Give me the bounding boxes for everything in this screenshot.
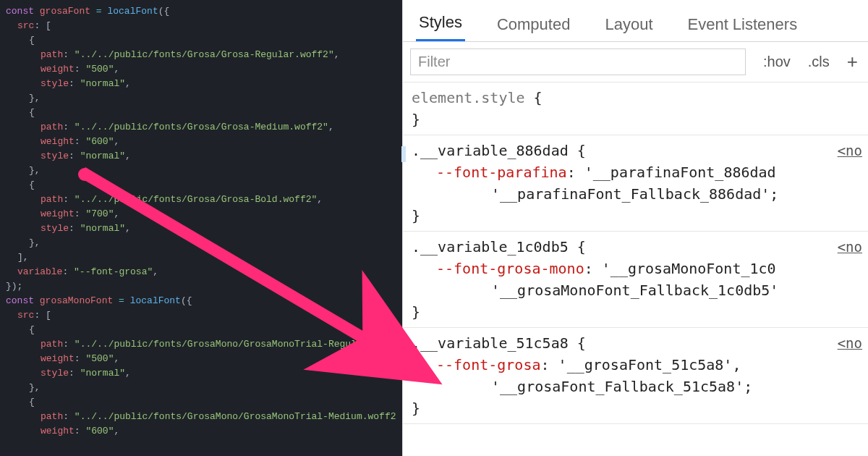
code-line[interactable]: },: [0, 91, 402, 106]
property-value-cont[interactable]: '__grosaMonoFont_Fallback_1c0db5': [412, 279, 859, 301]
style-rule[interactable]: element.style {}: [403, 83, 868, 135]
rule-selector[interactable]: .__variable_1c0db5: [412, 238, 577, 256]
style-rule[interactable]: <no.__variable_886dad {--font-parafina: …: [403, 135, 868, 232]
tab-layout[interactable]: Layout: [602, 15, 655, 41]
style-rule[interactable]: <no.__variable_51c5a8 {--font-grosa: '__…: [403, 328, 868, 424]
devtools-panel: StylesComputedLayoutEvent Listeners :hov…: [402, 0, 868, 456]
styles-rules[interactable]: element.style {}<no.__variable_886dad {-…: [403, 83, 868, 456]
code-line[interactable]: style: "normal",: [0, 366, 402, 381]
property-value-cont[interactable]: '__parafinaFont_Fallback_886dad';: [412, 183, 859, 205]
code-line[interactable]: const grosaMonoFont = localFont({: [0, 294, 402, 308]
style-rule[interactable]: <no.__variable_1c0db5 {--font-grosa-mono…: [403, 232, 868, 328]
code-line[interactable]: {: [0, 323, 402, 337]
code-line[interactable]: weight: "600",: [0, 424, 402, 439]
code-line[interactable]: weight: "500",: [0, 352, 402, 366]
code-line[interactable]: style: "normal",: [0, 77, 402, 91]
devtools-tabs: StylesComputedLayoutEvent Listeners: [403, 0, 868, 42]
tab-computed[interactable]: Computed: [494, 15, 574, 41]
code-line[interactable]: variable: "--font-grosa",: [0, 265, 402, 279]
property-value[interactable]: '__parafinaFont_886dad: [584, 164, 776, 181]
tab-styles[interactable]: Styles: [416, 13, 465, 41]
property-value[interactable]: '__grosaMonoFont_1c0: [602, 260, 776, 277]
code-editor[interactable]: const grosaFont = localFont({src: [{path…: [0, 0, 402, 456]
code-line[interactable]: style: "normal",: [0, 149, 402, 164]
code-line[interactable]: path: "../../public/fonts/Grosa/Grosa-Bo…: [0, 193, 402, 207]
property-value[interactable]: '__grosaFont_51c5a8',: [558, 356, 741, 373]
style-declaration[interactable]: --font-grosa-mono: '__grosaMonoFont_1c0: [412, 258, 859, 279]
styles-filter-input[interactable]: [410, 48, 746, 75]
code-line[interactable]: },: [0, 236, 402, 250]
property-value-cont[interactable]: '__grosaFont_Fallback_51c5a8';: [412, 376, 859, 397]
styles-filter-row: :hov .cls +: [403, 42, 868, 83]
code-line[interactable]: {: [0, 106, 402, 120]
code-line[interactable]: },: [0, 381, 402, 395]
code-line[interactable]: ],: [0, 250, 402, 265]
code-line[interactable]: weight: "700",: [0, 207, 402, 221]
code-line[interactable]: src: [: [0, 19, 402, 33]
code-line[interactable]: {: [0, 178, 402, 193]
hov-toggle[interactable]: :hov: [763, 54, 791, 70]
code-line[interactable]: });: [0, 279, 402, 294]
code-line[interactable]: style: "normal",: [0, 221, 402, 236]
property-name[interactable]: --font-grosa-mono: [436, 260, 584, 277]
code-line[interactable]: path: "../../public/fonts/GrosaMono/Gros…: [0, 337, 402, 352]
code-line[interactable]: path: "../../public/fonts/GrosaMono/Gros…: [0, 410, 402, 424]
new-style-rule-icon[interactable]: +: [847, 51, 858, 73]
property-name[interactable]: --font-grosa: [436, 356, 541, 373]
code-line[interactable]: },: [0, 164, 402, 178]
code-line[interactable]: const grosaFont = localFont({: [0, 4, 402, 19]
style-declaration[interactable]: --font-parafina: '__parafinaFont_886dad: [412, 161, 859, 183]
code-line[interactable]: weight: "600",: [0, 135, 402, 149]
code-line[interactable]: src: [: [0, 308, 402, 323]
cls-toggle[interactable]: .cls: [808, 54, 830, 70]
code-line[interactable]: weight: "500",: [0, 62, 402, 77]
property-name[interactable]: --font-parafina: [436, 164, 567, 181]
rule-selector[interactable]: .__variable_886dad: [412, 142, 577, 159]
code-line[interactable]: {: [0, 395, 402, 410]
rule-origin-link[interactable]: <no: [838, 332, 862, 354]
code-line[interactable]: path: "../../public/fonts/Grosa/Grosa-Re…: [0, 48, 402, 62]
rule-selector[interactable]: element.style: [412, 89, 534, 106]
rule-selector[interactable]: .__variable_51c5a8: [412, 334, 577, 352]
tab-event-listeners[interactable]: Event Listeners: [685, 15, 801, 41]
style-declaration[interactable]: --font-grosa: '__grosaFont_51c5a8',: [412, 354, 859, 376]
code-line[interactable]: path: "../../public/fonts/Grosa/Grosa-Me…: [0, 120, 402, 135]
rule-origin-link[interactable]: <no: [838, 236, 862, 258]
rule-origin-link[interactable]: <no: [838, 140, 862, 161]
code-line[interactable]: {: [0, 33, 402, 48]
